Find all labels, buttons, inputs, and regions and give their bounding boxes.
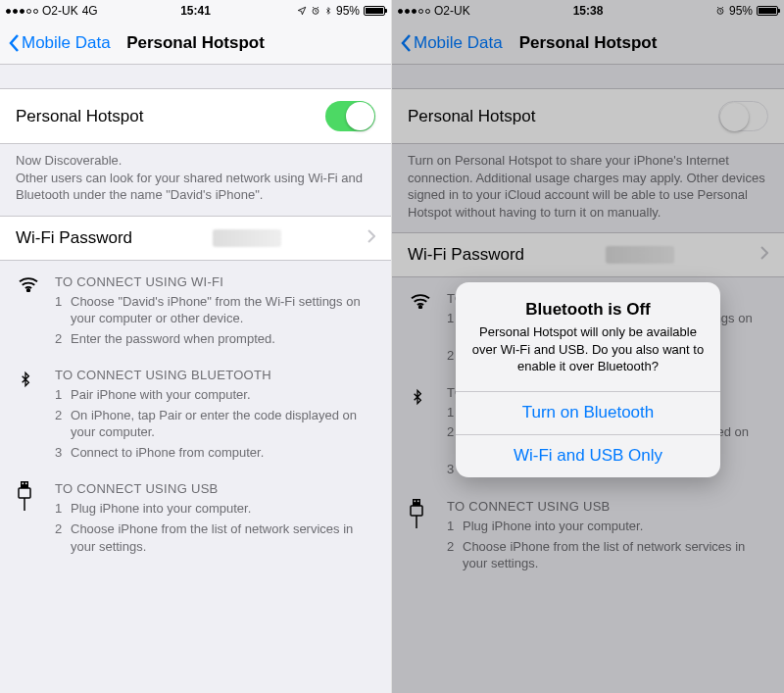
- battery-percent: 95%: [336, 4, 360, 18]
- instructions-wifi: TO CONNECT USING WI-FI 1Choose "David's …: [0, 261, 391, 355]
- screenshot-right: O2-UK 15:38 95% Mobile Data Personal Hot…: [392, 0, 784, 693]
- back-label: Mobile Data: [22, 33, 111, 53]
- svg-rect-5: [19, 488, 30, 498]
- screenshot-left: O2-UK 4G 15:41 95% Mobile Data Personal …: [0, 0, 392, 693]
- svg-rect-2: [21, 481, 28, 488]
- wifi-usb-only-button[interactable]: Wi-Fi and USB Only: [456, 434, 720, 477]
- wifi-password-label: Wi-Fi Password: [16, 228, 132, 248]
- nav-bar: Mobile Data Personal Hotspot: [0, 22, 391, 65]
- hotspot-footer: Now Discoverable. Other users can look f…: [0, 144, 391, 216]
- status-time: 15:41: [180, 4, 211, 18]
- inst-bt-title: TO CONNECT USING BLUETOOTH: [55, 368, 375, 382]
- hotspot-cell[interactable]: Personal Hotspot: [0, 88, 391, 144]
- svg-rect-4: [25, 483, 27, 485]
- battery-icon: [364, 6, 385, 16]
- alert-message: Personal Hotspot will only be available …: [471, 323, 705, 375]
- usb-icon: [18, 481, 31, 514]
- alarm-icon: [311, 6, 320, 16]
- instructions-usb: TO CONNECT USING USB 1Plug iPhone into y…: [0, 468, 391, 562]
- svg-rect-3: [23, 483, 24, 485]
- bluetooth-status-icon: [324, 5, 332, 17]
- status-bar: O2-UK 4G 15:41 95%: [0, 0, 391, 22]
- wifi-icon: [18, 274, 39, 295]
- chevron-right-icon: [368, 228, 375, 248]
- hotspot-toggle[interactable]: [325, 101, 375, 131]
- turn-on-bluetooth-button[interactable]: Turn on Bluetooth: [456, 391, 720, 434]
- bluetooth-icon: [18, 368, 33, 394]
- signal-dots-icon: [6, 9, 38, 14]
- wifi-password-value: [213, 229, 281, 247]
- hotspot-label: Personal Hotspot: [16, 107, 143, 126]
- inst-wifi-title: TO CONNECT USING WI-FI: [55, 274, 375, 289]
- footer-line2: Other users can look for your shared net…: [16, 170, 375, 204]
- alert-title: Bluetooth is Off: [471, 300, 705, 320]
- bluetooth-alert: Bluetooth is Off Personal Hotspot will o…: [456, 282, 720, 477]
- page-title: Personal Hotspot: [126, 33, 265, 53]
- location-icon: [297, 6, 307, 16]
- network-label: 4G: [82, 4, 98, 18]
- wifi-password-cell[interactable]: Wi-Fi Password: [0, 216, 391, 261]
- back-button[interactable]: Mobile Data: [8, 33, 111, 53]
- footer-line1: Now Discoverable.: [16, 152, 375, 170]
- inst-usb-title: TO CONNECT USING USB: [55, 481, 375, 496]
- instructions-bluetooth: TO CONNECT USING BLUETOOTH 1Pair iPhone …: [0, 354, 391, 468]
- carrier-label: O2-UK: [42, 4, 78, 18]
- svg-point-1: [27, 289, 30, 292]
